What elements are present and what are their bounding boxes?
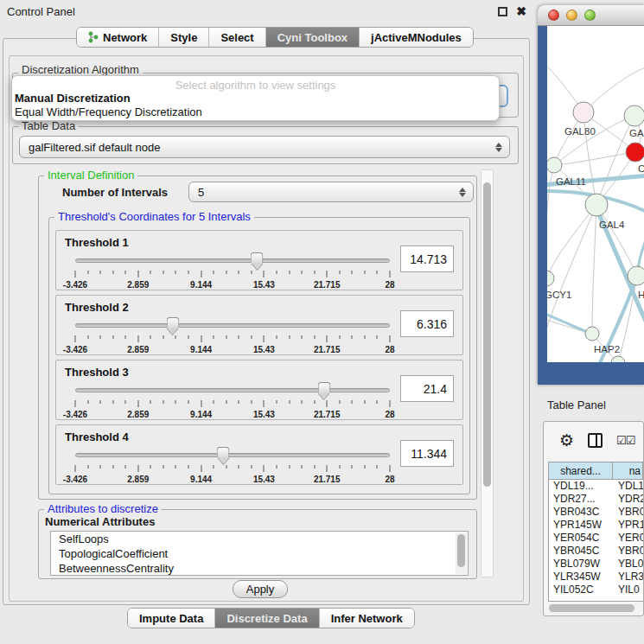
threshold-slider[interactable]: -3.4262.8599.14415.4321.71528: [75, 381, 390, 419]
algorithm-option[interactable]: Manual Discretization: [12, 92, 499, 105]
slider-handle[interactable]: [251, 252, 264, 269]
algorithm-option[interactable]: Equal Width/Frequency Discretization: [12, 105, 499, 119]
slider-track[interactable]: [75, 258, 390, 263]
node-gal11[interactable]: [547, 157, 562, 173]
slider-tick-labels: -3.4262.8599.14415.4321.71528: [75, 410, 390, 420]
column-header-name[interactable]: na: [613, 462, 643, 479]
table-row[interactable]: YDR27...YDR2: [549, 493, 643, 506]
network-edge[interactable]: [547, 205, 596, 344]
cell-name[interactable]: YBR0: [613, 506, 643, 519]
table-row[interactable]: YBR043CYBR0: [549, 506, 643, 519]
combo-arrows-icon: [459, 182, 466, 201]
node-top-right[interactable]: [624, 105, 644, 126]
threshold-value-field[interactable]: 11.344: [400, 440, 454, 467]
tab-cyni-toolbox[interactable]: Cyni Toolbox: [266, 28, 360, 47]
table-row[interactable]: YBL079WYBL0: [549, 558, 643, 571]
attribute-list-item[interactable]: TopologicalCoefficient: [51, 546, 468, 561]
slider-handle[interactable]: [217, 447, 230, 463]
slider-track[interactable]: [75, 323, 390, 328]
cell-name[interactable]: YLR3: [613, 571, 643, 583]
column-header-shared-name[interactable]: shared...: [549, 462, 613, 479]
tab-label: Infer Network: [331, 612, 403, 625]
cell-name[interactable]: YER0: [613, 532, 643, 545]
slider-handle[interactable]: [317, 382, 330, 399]
node-gcy1[interactable]: [547, 271, 554, 286]
float-window-icon[interactable]: [498, 7, 507, 16]
node-selected-red[interactable]: [626, 143, 644, 162]
cell-shared-name[interactable]: YBL079W: [549, 558, 613, 571]
cell-name[interactable]: YBR0: [613, 545, 643, 558]
numerical-attributes-list[interactable]: SelfLoopsTopologicalCoefficientBetweenne…: [50, 531, 469, 576]
table-horizontal-scrollbar[interactable]: [548, 603, 641, 614]
table-panel-toolbar: ⚙ ☑☑: [544, 422, 643, 458]
table-row[interactable]: YER054CYER0: [549, 532, 643, 545]
node-gal4[interactable]: [585, 194, 608, 216]
column-layout-icon[interactable]: [588, 433, 603, 448]
number-of-intervals-combobox[interactable]: 5: [188, 182, 474, 202]
cell-shared-name[interactable]: YBR045C: [549, 545, 613, 558]
slider-track[interactable]: [75, 388, 390, 392]
apply-button[interactable]: Apply: [233, 580, 288, 598]
cell-shared-name[interactable]: YDR27...: [549, 493, 613, 506]
mac-minimize-icon[interactable]: [566, 10, 577, 21]
cell-name[interactable]: YPR1: [613, 519, 643, 532]
cell-name[interactable]: YBL0: [613, 558, 643, 571]
attribute-list-item[interactable]: BetweennessCentrality: [51, 561, 468, 576]
table-row[interactable]: YBR045CYBR0: [549, 545, 643, 558]
cell-name[interactable]: YIL0: [613, 583, 643, 596]
table-row[interactable]: YDL19...YDL1: [549, 480, 643, 493]
slider-track[interactable]: [75, 453, 390, 457]
tab-discretize-data[interactable]: Discretize Data: [215, 609, 319, 628]
network-canvas[interactable]: GAL80GACGAL11GAL4GCY1HHAP2: [547, 26, 644, 362]
network-view-window[interactable]: GAL80GACGAL11GAL4GCY1HHAP2: [538, 5, 644, 385]
tab-infer-network[interactable]: Infer Network: [320, 609, 414, 628]
cell-shared-name[interactable]: YBR043C: [549, 506, 613, 519]
cell-shared-name[interactable]: YIL052C: [549, 583, 613, 596]
network-edge[interactable]: [554, 152, 635, 165]
network-edge-thick[interactable]: [547, 313, 592, 334]
close-icon[interactable]: ✖: [516, 7, 526, 16]
attribute-list-item[interactable]: SelfLoops: [51, 532, 468, 546]
mac-close-icon[interactable]: [548, 10, 559, 21]
select-columns-icon[interactable]: ☑☑: [616, 434, 634, 447]
table-data-combobox[interactable]: galFiltered.sif default node: [19, 136, 510, 158]
table-row[interactable]: YIL052CYIL0: [549, 583, 643, 596]
node-right-h[interactable]: [628, 266, 644, 285]
node-hap2[interactable]: [585, 327, 599, 341]
tab-network[interactable]: Network: [77, 28, 159, 47]
scrollbar-thumb[interactable]: [483, 182, 491, 487]
tab-jactivemnodules[interactable]: jActiveMNodules: [360, 28, 473, 47]
network-edge[interactable]: [596, 205, 637, 276]
tab-style[interactable]: Style: [159, 28, 209, 47]
list-vertical-scrollbar[interactable]: [456, 532, 467, 574]
table-row[interactable]: YLR345WYLR3: [549, 571, 643, 583]
cell-shared-name[interactable]: YPR145W: [549, 519, 613, 532]
cell-name[interactable]: YDR2: [613, 493, 643, 506]
cell-name[interactable]: YDL1: [613, 480, 643, 493]
network-edge[interactable]: [547, 205, 596, 278]
scrollbar-thumb[interactable]: [457, 534, 465, 567]
threshold-slider[interactable]: -3.4262.8599.14415.4321.71528: [75, 446, 390, 484]
cell-shared-name[interactable]: YDL19...: [549, 480, 613, 493]
tab-impute-data[interactable]: Impute Data: [128, 609, 215, 628]
slider-ticks: [75, 335, 390, 343]
node-bottom-partial[interactable]: [611, 356, 625, 362]
settings-gear-icon[interactable]: ⚙: [559, 432, 574, 449]
cell-shared-name[interactable]: YER054C: [549, 532, 613, 545]
tab-select[interactable]: Select: [209, 28, 265, 47]
table-row[interactable]: YPR145WYPR1: [549, 519, 643, 532]
scrollbar-thumb[interactable]: [549, 604, 634, 612]
threshold-value-field[interactable]: 6.316: [400, 310, 454, 337]
slider-handle[interactable]: [166, 317, 179, 334]
threshold-slider[interactable]: -3.4262.8599.14415.4321.71528: [75, 252, 390, 290]
node-attribute-table[interactable]: shared... na YDL19...YDL1YDR27...YDR2YBR…: [548, 462, 643, 602]
mac-zoom-icon[interactable]: [584, 10, 596, 21]
node-gal80[interactable]: [573, 102, 594, 123]
panel-vertical-scrollbar[interactable]: [481, 169, 494, 577]
network-edge[interactable]: [592, 205, 596, 334]
threshold-slider[interactable]: -3.4262.8599.14415.4321.71528: [75, 316, 390, 354]
threshold-value-field[interactable]: 14.713: [400, 245, 454, 272]
cell-shared-name[interactable]: YLR345W: [549, 571, 613, 583]
threshold-value-field[interactable]: 21.4: [400, 375, 454, 402]
node-label: GA: [629, 128, 644, 138]
